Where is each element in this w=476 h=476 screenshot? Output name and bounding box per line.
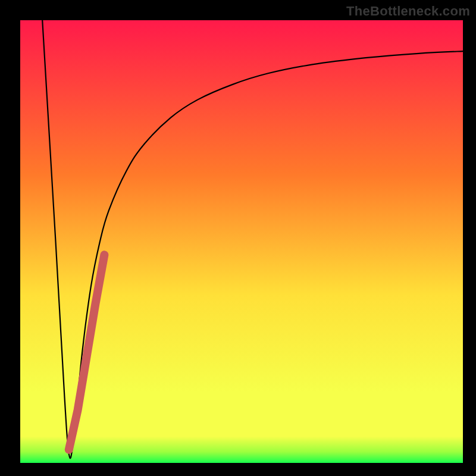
gradient-background [20, 20, 463, 463]
watermark-text: TheBottleneck.com [346, 4, 470, 19]
plot-area [20, 20, 463, 463]
chart-container: TheBottleneck.com [0, 0, 476, 476]
chart-svg [20, 20, 463, 463]
